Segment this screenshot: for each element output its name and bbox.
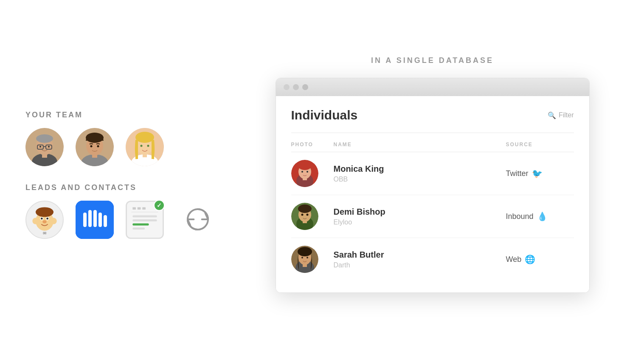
svg-point-28 [32, 218, 39, 224]
table-row[interactable]: Demi Bishop Elyloo Inbound 💧 [291, 195, 574, 238]
filter-label: Filter [559, 111, 574, 119]
svg-point-25 [147, 145, 149, 147]
inbound-icon: 💧 [537, 211, 548, 221]
team-avatars-row [25, 128, 221, 166]
source-inbound: Inbound 💧 [506, 211, 574, 221]
browser-toolbar [276, 78, 589, 96]
person-company: Elyloo [334, 218, 506, 226]
browser-header: Individuals 🔍 Filter [291, 108, 574, 122]
svg-point-24 [141, 145, 143, 147]
svg-point-33 [46, 217, 48, 219]
svg-point-71 [301, 257, 303, 258]
svg-rect-51 [132, 227, 145, 230]
col-photo: PHOTO [291, 142, 334, 148]
sync-arrow [181, 202, 215, 236]
svg-rect-22 [135, 140, 138, 159]
contacts-label: LEADS AND CONTACTS [25, 183, 164, 192]
source-web: Web 🌐 [506, 254, 574, 264]
svg-rect-38 [83, 213, 87, 227]
svg-point-58 [307, 171, 308, 173]
right-panel: IN A SINGLE DATABASE Individuals 🔍 Filte… [238, 56, 644, 293]
traffic-light-yellow [293, 84, 299, 90]
twitter-icon: 🐦 [532, 168, 543, 179]
table-row[interactable]: Monica King OBB Twitter 🐦 [291, 152, 574, 195]
team-member-2 [76, 128, 114, 166]
page-title: IN A SINGLE DATABASE [371, 56, 494, 65]
svg-point-70 [298, 247, 312, 256]
svg-point-16 [97, 145, 99, 147]
source-twitter: Twitter 🐦 [506, 168, 574, 179]
svg-point-57 [301, 171, 303, 173]
form-icon: ✓ [126, 201, 164, 239]
svg-rect-44 [132, 207, 136, 210]
name-block-monica: Monica King OBB [334, 164, 506, 183]
svg-rect-42 [104, 215, 107, 227]
svg-point-63 [298, 204, 312, 213]
team-member-1 [25, 128, 64, 166]
traffic-light-green [302, 84, 308, 90]
browser-content: Individuals 🔍 Filter PHOTO NAME SOURCE [276, 96, 589, 292]
source-label: Web [506, 255, 522, 264]
avatar-demi [291, 203, 318, 230]
svg-point-64 [301, 214, 303, 216]
svg-point-32 [41, 217, 43, 219]
page-container: YOUR TEAM [0, 0, 644, 349]
mailchimp-icon: ✉ [25, 201, 64, 239]
avatar-monica [291, 160, 318, 187]
svg-rect-49 [132, 219, 157, 221]
svg-rect-45 [138, 207, 141, 210]
svg-point-72 [307, 257, 308, 258]
table-row[interactable]: Sarah Butler Darth Web 🌐 [291, 238, 574, 281]
traffic-light-red [284, 84, 290, 90]
col-name: NAME [334, 142, 506, 148]
svg-rect-50 [132, 223, 149, 225]
svg-rect-23 [152, 140, 154, 159]
person-name: Sarah Butler [334, 250, 506, 260]
web-icon: 🌐 [525, 254, 535, 264]
header-divider [291, 133, 574, 133]
integrations-row: ✉ [25, 201, 164, 239]
svg-rect-46 [142, 207, 146, 210]
intercom-icon [76, 201, 114, 239]
svg-text:✉: ✉ [43, 231, 46, 236]
person-company: Darth [334, 261, 506, 269]
source-label: Inbound [506, 212, 534, 221]
svg-point-56 [298, 162, 312, 170]
name-block-sarah: Sarah Butler Darth [334, 250, 506, 269]
svg-point-8 [39, 146, 41, 148]
left-panel: YOUR TEAM [0, 94, 238, 256]
person-name: Monica King [334, 164, 506, 174]
table-header: PHOTO NAME SOURCE [291, 137, 574, 152]
svg-point-4 [36, 134, 53, 143]
contacts-section: LEADS AND CONTACTS [25, 183, 164, 239]
team-label: YOUR TEAM [25, 111, 221, 119]
svg-point-21 [135, 132, 154, 143]
team-member-3 [126, 128, 164, 166]
search-icon: 🔍 [548, 111, 556, 119]
avatar-sarah [291, 246, 318, 273]
individuals-title: Individuals [291, 108, 358, 122]
svg-point-29 [50, 218, 56, 224]
svg-point-65 [306, 214, 308, 216]
svg-rect-39 [88, 210, 92, 227]
person-name: Demi Bishop [334, 207, 506, 217]
svg-rect-48 [132, 215, 157, 217]
person-company: OBB [334, 176, 506, 183]
svg-point-35 [36, 207, 53, 217]
svg-rect-41 [98, 213, 102, 227]
team-section: YOUR TEAM [25, 111, 221, 166]
svg-point-9 [48, 146, 50, 148]
svg-point-15 [90, 145, 93, 147]
check-badge: ✓ [154, 200, 165, 211]
col-source: SOURCE [506, 142, 574, 148]
name-block-demi: Demi Bishop Elyloo [334, 207, 506, 226]
filter-button[interactable]: 🔍 Filter [548, 111, 574, 119]
source-label: Twitter [506, 169, 529, 178]
svg-rect-40 [93, 210, 97, 227]
svg-point-34 [42, 220, 47, 223]
browser-window: Individuals 🔍 Filter PHOTO NAME SOURCE [276, 78, 590, 293]
